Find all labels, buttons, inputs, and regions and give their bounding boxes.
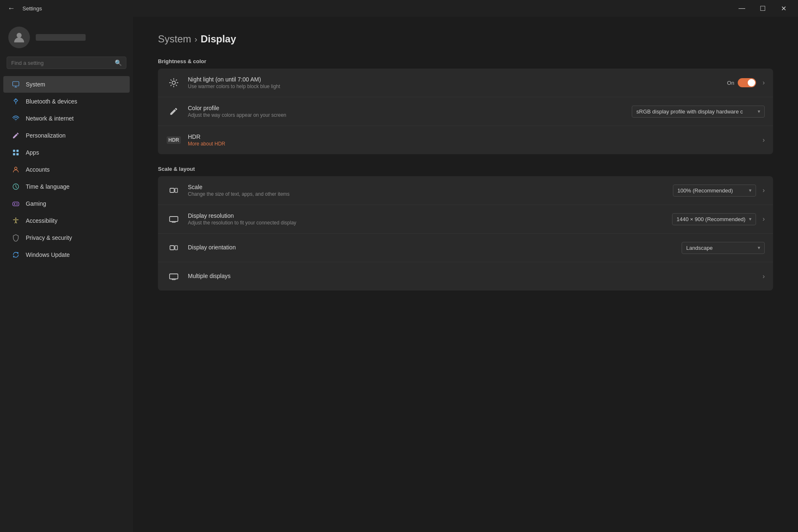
- dropdown-control-color-profile: sRGB display profile with display hardwa…: [632, 106, 765, 118]
- avatar-icon: [12, 31, 26, 44]
- dropdown-arrow-icon: ▾: [749, 216, 751, 222]
- sidebar-item-network[interactable]: Network & internet: [3, 110, 130, 127]
- svg-rect-14: [170, 246, 174, 250]
- user-name-placeholder: [36, 34, 86, 41]
- settings-row-color-profile[interactable]: Color profile Adjust the way colors appe…: [158, 97, 773, 126]
- row-subtitle-orange-hdr: More about HDR: [188, 141, 756, 147]
- settings-row-display-resolution[interactable]: Display resolution Adjust the resolution…: [158, 205, 773, 234]
- sidebar-item-update[interactable]: Windows Update: [3, 246, 130, 263]
- row-subtitle-night-light: Use warmer colors to help block blue lig…: [188, 84, 720, 89]
- gaming-icon: [12, 200, 20, 208]
- search-box[interactable]: 🔍: [7, 57, 126, 69]
- row-text-night-light: Night light (on until 7:00 AM) Use warme…: [188, 76, 720, 89]
- svg-rect-15: [175, 246, 177, 250]
- dropdown[interactable]: 100% (Recommended) ▾: [673, 185, 756, 197]
- bluetooth-icon: [12, 97, 20, 106]
- back-button[interactable]: ←: [5, 2, 17, 15]
- close-button[interactable]: ✕: [774, 2, 793, 15]
- section-title-scale-layout: Scale & layout: [158, 166, 773, 172]
- update-icon: [12, 251, 20, 259]
- svg-rect-5: [17, 153, 19, 155]
- chevron-right-icon-night-light: ›: [763, 79, 765, 86]
- settings-sections: Brightness & color Night light (on until…: [158, 58, 773, 291]
- dropdown[interactable]: sRGB display profile with display hardwa…: [632, 106, 765, 118]
- svg-rect-16: [170, 274, 178, 279]
- row-subtitle-display-resolution: Adjust the resolution to fit your connec…: [188, 220, 665, 226]
- settings-row-hdr[interactable]: HDR HDR More about HDR ›: [158, 126, 773, 154]
- row-title-hdr: HDR: [188, 133, 756, 140]
- sidebar-item-personalization[interactable]: Personalization: [3, 127, 130, 144]
- svg-point-0: [17, 33, 22, 38]
- toggle-knob-night-light: [748, 79, 755, 86]
- breadcrumb-separator: ›: [195, 34, 197, 44]
- breadcrumb-parent: System: [158, 33, 191, 45]
- accessibility-icon: [12, 217, 20, 225]
- dropdown-value: 100% (Recommended): [677, 187, 746, 194]
- dropdown[interactable]: 1440 × 900 (Recommended) ▾: [672, 213, 756, 225]
- search-container: 🔍: [0, 57, 133, 76]
- row-icon-night-light: [166, 75, 181, 90]
- sidebar-item-accounts[interactable]: Accounts: [3, 161, 130, 178]
- svg-rect-4: [13, 153, 15, 155]
- svg-rect-12: [175, 188, 177, 192]
- dropdown-arrow-icon: ▾: [758, 108, 760, 114]
- row-icon-multiple-displays: [166, 269, 181, 284]
- row-text-hdr: HDR More about HDR: [188, 133, 756, 147]
- row-icon-scale: [166, 183, 181, 198]
- user-section: [0, 17, 133, 57]
- dropdown-value: sRGB display profile with display hardwa…: [636, 108, 754, 115]
- toggle-night-light[interactable]: [738, 78, 756, 87]
- row-title-night-light: Night light (on until 7:00 AM): [188, 76, 720, 83]
- toggle-control-night-light: On: [727, 78, 756, 87]
- main-content: System › Display Brightness & color Nigh…: [133, 17, 798, 532]
- dropdown-value: Landscape: [686, 245, 754, 251]
- row-text-display-orientation: Display orientation: [188, 244, 675, 251]
- svg-point-9: [15, 218, 17, 219]
- sidebar-label-gaming: Gaming: [26, 200, 46, 207]
- row-title-color-profile: Color profile: [188, 105, 625, 111]
- row-subtitle-color-profile: Adjust the way colors appear on your scr…: [188, 112, 625, 118]
- svg-rect-2: [13, 150, 15, 152]
- sidebar-item-accessibility[interactable]: Accessibility: [3, 212, 130, 229]
- row-subtitle-scale: Change the size of text, apps, and other…: [188, 191, 666, 197]
- sidebar-label-update: Windows Update: [26, 251, 70, 258]
- settings-row-night-light[interactable]: Night light (on until 7:00 AM) Use warme…: [158, 69, 773, 97]
- sidebar-item-privacy[interactable]: Privacy & security: [3, 229, 130, 246]
- dropdown-control-scale: 100% (Recommended) ▾: [673, 185, 756, 197]
- sidebar-item-time[interactable]: Time & language: [3, 178, 130, 195]
- dropdown-control-display-orientation: Landscape ▾: [682, 242, 765, 254]
- dropdown-arrow-icon: ▾: [758, 245, 760, 251]
- sidebar-label-time: Time & language: [26, 183, 69, 190]
- settings-row-display-orientation[interactable]: Display orientation Landscape ▾: [158, 234, 773, 262]
- search-input[interactable]: [11, 60, 111, 66]
- svg-rect-11: [170, 188, 174, 192]
- settings-row-multiple-displays[interactable]: Multiple displays ›: [158, 262, 773, 291]
- sidebar-item-system[interactable]: System: [3, 76, 130, 93]
- sidebar-item-apps[interactable]: Apps: [3, 144, 130, 161]
- section-brightness-color: Brightness & color Night light (on until…: [158, 58, 773, 154]
- sidebar-label-network: Network & internet: [26, 115, 74, 122]
- sidebar-label-personalization: Personalization: [26, 132, 66, 139]
- row-text-display-resolution: Display resolution Adjust the resolution…: [188, 212, 665, 226]
- dropdown[interactable]: Landscape ▾: [682, 242, 765, 254]
- row-icon-hdr: HDR: [166, 133, 181, 148]
- maximize-button[interactable]: ☐: [753, 2, 772, 15]
- sidebar-label-apps: Apps: [26, 149, 39, 156]
- row-text-color-profile: Color profile Adjust the way colors appe…: [188, 105, 625, 118]
- row-title-scale: Scale: [188, 184, 666, 190]
- row-icon-color-profile: [166, 104, 181, 119]
- apps-icon: [12, 148, 20, 157]
- sidebar-label-privacy: Privacy & security: [26, 234, 72, 241]
- dropdown-value: 1440 × 900 (Recommended): [677, 216, 746, 222]
- chevron-right-icon-hdr: ›: [763, 136, 765, 144]
- row-title-display-resolution: Display resolution: [188, 212, 665, 219]
- sidebar-item-bluetooth[interactable]: Bluetooth & devices: [3, 93, 130, 110]
- sidebar-label-accounts: Accounts: [26, 166, 50, 173]
- settings-row-scale[interactable]: Scale Change the size of text, apps, and…: [158, 176, 773, 205]
- section-title-brightness-color: Brightness & color: [158, 58, 773, 64]
- minimize-button[interactable]: —: [732, 2, 751, 15]
- sidebar-label-bluetooth: Bluetooth & devices: [26, 98, 77, 105]
- sidebar: 🔍 System Bluetooth & devices Network & i…: [0, 17, 133, 532]
- sidebar-item-gaming[interactable]: Gaming: [3, 195, 130, 212]
- row-title-multiple-displays: Multiple displays: [188, 273, 756, 279]
